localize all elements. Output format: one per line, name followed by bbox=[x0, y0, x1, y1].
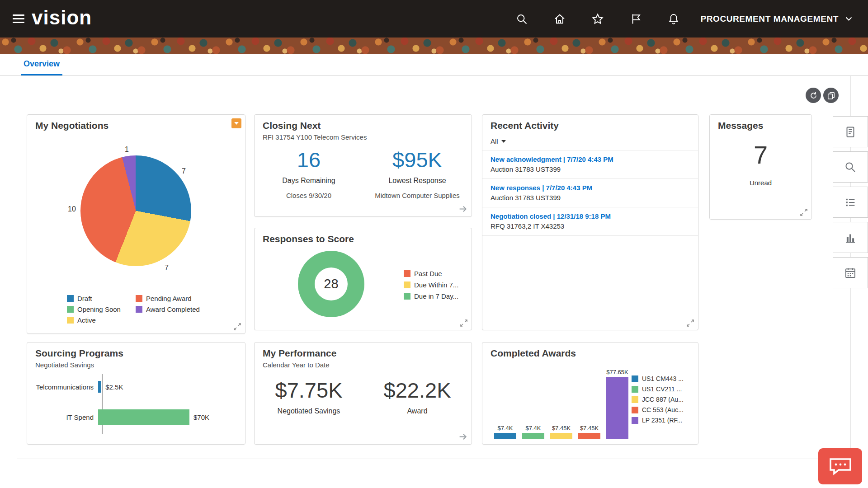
expand-card-button[interactable] bbox=[800, 208, 808, 216]
legend-swatch bbox=[404, 282, 410, 288]
legend-swatch bbox=[404, 293, 410, 300]
go-to-details-button[interactable] bbox=[458, 432, 468, 441]
metric-note: Closes 9/30/20 bbox=[255, 192, 363, 199]
notifications-bell-icon[interactable] bbox=[666, 11, 681, 27]
awards-legend: US1 CM443 ... US1 CV211 ... JCC 887 (Au.… bbox=[632, 375, 684, 424]
bar[interactable] bbox=[550, 433, 572, 439]
bar[interactable] bbox=[98, 381, 101, 393]
search-panel-tab[interactable] bbox=[833, 151, 868, 183]
expand-card-button[interactable] bbox=[686, 319, 694, 327]
bar-group: $77.65K bbox=[606, 369, 628, 439]
bar-chart-icon bbox=[844, 231, 857, 244]
legend-label: Due in 7 Day... bbox=[414, 292, 458, 300]
list-item: Negotiation closed | 12/31/18 9:18 PM RF… bbox=[482, 207, 698, 236]
pages-layout-button[interactable] bbox=[823, 88, 839, 103]
calendar-panel-tab[interactable] bbox=[833, 257, 868, 288]
negotiations-pie-chart[interactable] bbox=[80, 155, 191, 266]
bar[interactable] bbox=[606, 377, 628, 439]
bar[interactable] bbox=[522, 433, 544, 439]
list-panel-tab[interactable] bbox=[833, 187, 868, 218]
legend-item: JCC 887 (Au... bbox=[632, 396, 684, 403]
donut-center-value: 28 bbox=[315, 267, 348, 300]
legend-label: US1 CV211 ... bbox=[642, 385, 682, 393]
legend-item: CC 553 (Auc... bbox=[632, 406, 684, 413]
bar-chart-panel-tab[interactable] bbox=[833, 222, 868, 253]
app-switcher[interactable]: PROCUREMENT MANAGEMENT bbox=[700, 14, 853, 24]
expand-icon bbox=[800, 208, 808, 216]
legend-label: Opening Soon bbox=[77, 305, 121, 313]
theme-banner bbox=[0, 38, 868, 54]
home-icon[interactable] bbox=[552, 11, 567, 27]
favorites-star-icon[interactable] bbox=[590, 11, 605, 27]
category-label: Telcommunications bbox=[27, 383, 98, 391]
bar-group: $7.4K bbox=[494, 425, 516, 439]
report-panel-tab[interactable] bbox=[833, 116, 868, 147]
activity-link[interactable]: Negotiation closed | 12/31/18 9:18 PM bbox=[491, 212, 611, 220]
watchlist-flag-icon[interactable] bbox=[628, 11, 643, 27]
legend-item: US1 CM443 ... bbox=[632, 375, 684, 382]
bar[interactable] bbox=[98, 409, 189, 425]
legend-swatch bbox=[632, 375, 638, 382]
legend-swatch bbox=[404, 270, 410, 277]
procurement-dashboard: vision PROCUREMENT MANAGEMENT bbox=[0, 0, 868, 488]
activity-link[interactable]: New acknowledgment | 7/7/20 4:43 PM bbox=[491, 155, 613, 163]
category-label: IT Spend bbox=[27, 413, 98, 421]
bar[interactable] bbox=[578, 433, 600, 439]
search-icon[interactable] bbox=[514, 11, 529, 27]
metric-label: Lowest Response bbox=[363, 177, 472, 185]
legend-label: Due Within 7... bbox=[414, 281, 458, 289]
arrow-right-icon bbox=[458, 432, 468, 441]
tab-overview[interactable]: Overview bbox=[21, 59, 62, 76]
activity-detail: Auction 31783 UST399 bbox=[491, 194, 690, 202]
list-icon bbox=[844, 196, 857, 209]
brand-logo[interactable]: vision bbox=[32, 8, 92, 28]
go-to-details-button[interactable] bbox=[458, 204, 468, 214]
card-subtitle: RFI 31754 Y100 Telecom Services bbox=[263, 133, 367, 141]
chat-button[interactable] bbox=[818, 448, 862, 484]
card-title: Recent Activity bbox=[491, 120, 559, 131]
metric-value: $95K bbox=[363, 147, 472, 172]
card-subtitle: Negotiated Savings bbox=[35, 361, 94, 369]
caret-down-icon bbox=[501, 140, 506, 143]
filter-label: All bbox=[491, 137, 498, 145]
card-sourcing-programs: Sourcing Programs Negotiated Savings Tel… bbox=[27, 342, 245, 445]
activity-filter-dropdown[interactable]: All bbox=[491, 137, 506, 145]
metric-value: $7.75K bbox=[255, 378, 363, 403]
expand-card-button[interactable] bbox=[460, 319, 468, 327]
card-menu-button[interactable] bbox=[231, 118, 241, 128]
unread-count: 7 bbox=[710, 140, 811, 169]
legend-swatch bbox=[632, 407, 638, 413]
metric-label: Days Remaining bbox=[255, 177, 363, 185]
responses-donut-chart[interactable]: 28 bbox=[298, 251, 364, 317]
pie-legend: Draft Pending Award Opening Soon Award C… bbox=[67, 295, 200, 324]
legend-item: Active bbox=[67, 316, 136, 324]
value-label: $7.4K bbox=[526, 425, 541, 432]
donut-legend: Past Due Due Within 7... Due in 7 Day... bbox=[404, 270, 458, 300]
legend-label: US1 CM443 ... bbox=[642, 375, 684, 382]
legend-item: Draft bbox=[67, 295, 136, 302]
unread-label: Unread bbox=[710, 179, 811, 187]
legend-item: Due in 7 Day... bbox=[404, 292, 458, 300]
expand-card-button[interactable] bbox=[233, 323, 241, 331]
value-label: $7.4K bbox=[498, 425, 513, 432]
legend-item: Award Completed bbox=[136, 305, 200, 313]
app-title: PROCUREMENT MANAGEMENT bbox=[700, 14, 839, 24]
card-title: Messages bbox=[718, 120, 763, 131]
metric-negotiated-savings: $7.75K Negotiated Savings bbox=[255, 378, 363, 415]
list-item: New responses | 7/7/20 4:43 PM Auction 3… bbox=[482, 179, 698, 207]
bar-group: $7.45K bbox=[578, 425, 600, 439]
card-my-negotiations: My Negotiations 1 7 10 7 Draft Pending A… bbox=[27, 114, 245, 334]
card-recent-activity: Recent Activity All New acknowledgment |… bbox=[482, 114, 698, 330]
pie-label-draft: 7 bbox=[182, 167, 186, 175]
activity-link[interactable]: New responses | 7/7/20 4:43 PM bbox=[491, 184, 592, 192]
metrics-row: 16 Days Remaining Closes 9/30/20 $95K Lo… bbox=[255, 147, 472, 199]
bar[interactable] bbox=[494, 433, 516, 439]
expand-icon bbox=[686, 319, 694, 327]
side-panel-rail bbox=[833, 116, 868, 288]
pie-label-award-completed: 1 bbox=[125, 145, 129, 154]
refresh-button[interactable] bbox=[806, 88, 821, 103]
card-responses-to-score: Responses to Score 28 Past Due Due Withi… bbox=[254, 228, 472, 330]
bar-group: $7.45K bbox=[550, 425, 572, 439]
menu-icon[interactable] bbox=[13, 14, 24, 23]
arrow-right-icon bbox=[458, 204, 468, 214]
